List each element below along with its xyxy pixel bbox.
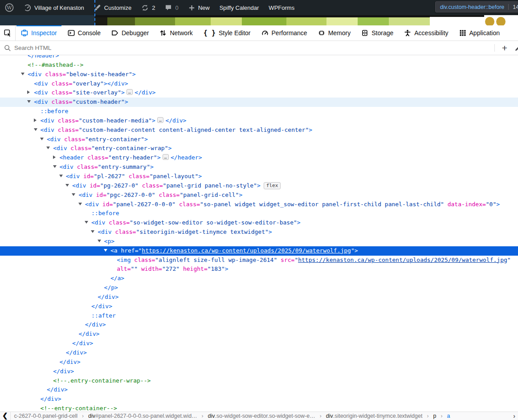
flex-badge[interactable]: flex [264,182,281,189]
tree-row[interactable]: <div class="so-widget-sow-editor so-widg… [0,218,518,228]
tree-row[interactable]: </div> [0,293,518,302]
twisty-expanded-icon[interactable] [53,163,60,172]
twisty-expanded-icon[interactable] [104,246,110,256]
breadcrumb-item[interactable]: div.siteorigin-widget-tinymce.textwidget [325,413,424,419]
tree-row[interactable]: <div id="pl-2627" class="panel-layout"> [0,172,518,181]
breadcrumb-item[interactable]: c-2627-0-0.panel-grid-cell [13,413,78,419]
tree-row[interactable]: </div> [0,348,518,358]
tree-row[interactable]: <div class="entry-container-wrap"> [0,144,518,153]
tree-row[interactable]: </div> [0,395,518,404]
tab-storage[interactable]: Storage [356,25,399,41]
tab-application[interactable]: Application [454,25,506,41]
tree-row[interactable]: alt="" width="272" height="183"> [0,265,518,274]
ellipsis-badge[interactable]: … [157,117,164,123]
tree-row[interactable]: <header class="entry-header">…</header> [0,153,518,163]
search-input[interactable] [14,45,494,51]
wp-logo-button[interactable]: W [0,0,19,15]
code-token: "so-widget-sow-editor so-widget-sow-edit… [130,219,297,226]
menu-item-spiffy-calendar[interactable]: Spiffy Calendar [215,0,264,15]
tree-row[interactable]: <div id="pg-2627-0" class="panel-grid pa… [0,181,518,191]
twisty-expanded-icon[interactable] [21,70,28,79]
tree-row[interactable]: <div class="below-site-header"> [0,70,518,79]
tree-row[interactable]: <div class="custom-header"> [0,98,518,107]
twisty-expanded-icon[interactable] [27,98,34,107]
tree-row[interactable]: <div class="custom-header-content conten… [0,126,518,135]
twisty-expanded-icon[interactable] [46,144,53,153]
code-token: "pl-2627" [94,173,125,179]
tree-row[interactable]: <div class="site-overlay">…</div> [0,88,518,98]
breadcrumb-item-selected[interactable]: a [446,413,451,419]
tree-row[interactable]: </div> [0,358,518,367]
tab-inspector[interactable]: Inspector [16,25,62,41]
twisty-expanded-icon[interactable] [34,126,41,135]
tab-style-editor[interactable]: { }Style Editor [198,25,256,41]
tree-row[interactable]: </a> [0,274,518,283]
code-token: </div> [135,89,155,96]
code-token: class= [70,145,91,151]
tab-network[interactable]: Network [154,25,198,41]
tree-row[interactable]: <p> [0,237,518,246]
node-picker-button[interactable] [0,25,16,41]
breadcrumb-item[interactable]: div#panel-2627-0-0-0.so-panel.widget.wid… [87,413,198,419]
breadcrumb-item[interactable]: p [432,413,437,419]
new-content-button[interactable]: New [184,0,215,15]
twisty-collapsed-icon[interactable] [53,153,60,163]
code-token: </div> [53,368,74,375]
tab-memory[interactable]: Memory [313,25,356,41]
ellipsis-badge[interactable]: … [126,89,133,95]
tree-row[interactable]: <!--.entry-container-wrap--> [0,376,518,386]
twisty-collapsed-icon[interactable] [27,88,34,98]
ellipsis-badge[interactable]: … [163,154,169,160]
tree-row[interactable]: </div> [0,367,518,376]
webpage-viewport-sliver [0,15,518,25]
tab-performance[interactable]: Performance [256,25,313,41]
tree-row[interactable]: </header> [0,55,518,61]
tree-row[interactable]: <div class="entry-container"> [0,135,518,144]
twisty-expanded-icon[interactable] [40,135,47,144]
tree-row[interactable]: </p> [0,283,518,293]
tree-row[interactable]: </div> [0,330,518,339]
twisty-expanded-icon[interactable] [85,218,91,228]
tree-row[interactable]: </div> [0,339,518,348]
create-new-node-button[interactable]: + [500,43,509,53]
tree-row[interactable]: <img class="alignleft size-full wp-image… [0,256,518,265]
tree-row[interactable]: <div id="pgc-2627-0-0" class="panel-grid… [0,191,518,200]
tree-row[interactable]: ::after [0,311,518,321]
twisty-expanded-icon[interactable] [65,181,72,191]
tree-row[interactable]: <div class="overlay"></div> [0,79,518,89]
tree-row[interactable]: ::before [0,107,518,116]
tree-row[interactable]: <div class="entry-summary"> [0,163,518,172]
twisty-expanded-icon[interactable] [78,200,85,209]
tree-row[interactable]: <div class="siteorigin-widget-tinymce te… [0,228,518,237]
tree-row[interactable]: <!--#masthead--> [0,61,518,70]
tree-row[interactable]: </div> [0,302,518,311]
tab-debugger[interactable]: Debugger [106,25,155,41]
styleeditor-icon: { } [204,29,216,37]
twisty-expanded-icon[interactable] [91,228,98,237]
twisty-collapsed-icon[interactable] [34,116,41,126]
search-bar-actions: + [494,43,518,53]
menu-item-wpforms[interactable]: WPForms [264,0,299,15]
tree-row[interactable]: <!--entry-container--> [0,404,518,412]
tree-row[interactable]: <div class="custom-header-media">…</div> [0,116,518,126]
tab-console[interactable]: Console [62,25,106,41]
tree-row[interactable]: <div id="panel-2627-0-0-0" class="so-pan… [0,200,518,209]
updates-button[interactable]: 2 [136,0,160,15]
tree-row-selected[interactable]: <a href="https://kenaston.ca/wp-content/… [0,246,518,256]
tree-row[interactable]: ::before [0,209,518,218]
twisty-expanded-icon[interactable] [72,191,78,200]
twisty-expanded-icon[interactable] [98,237,104,246]
tab-accessibility[interactable]: Accessibility [399,25,453,41]
comments-button[interactable]: 0 [160,0,183,15]
eyedropper-icon[interactable] [514,44,518,52]
breadcrumb-item[interactable]: div.so-widget-sow-editor.so-widget-sow-e… [207,413,316,419]
tree-row[interactable]: </div> [0,320,518,330]
breadcrumb-scroll-right-button[interactable]: › [513,412,518,420]
customize-button[interactable]: Customize [89,0,136,15]
code-token [175,201,179,208]
tree-row[interactable]: </div> [0,385,518,395]
site-name-button[interactable]: Village of Kenaston [19,0,89,15]
twisty-expanded-icon[interactable] [59,172,66,181]
breadcrumb-scroll-left-button[interactable]: ❮ [0,412,10,420]
code-token: class= [77,163,98,170]
